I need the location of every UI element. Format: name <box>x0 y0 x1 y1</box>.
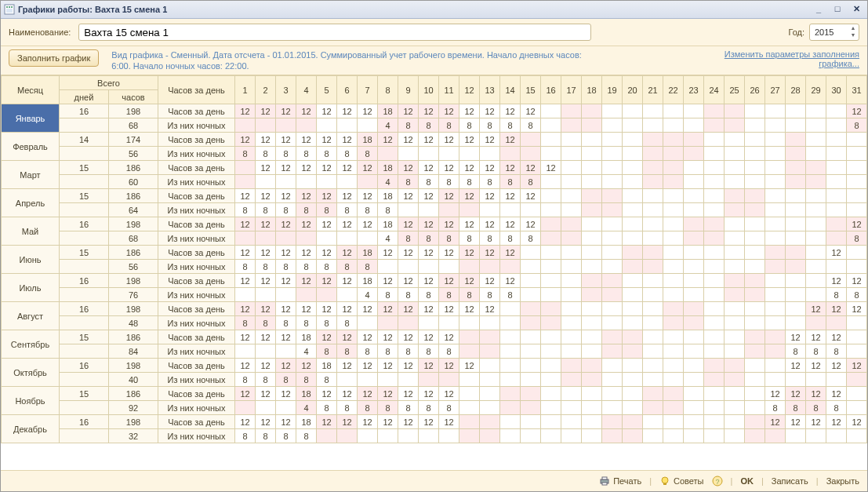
night-cell[interactable] <box>745 344 765 359</box>
night-cell[interactable] <box>765 373 786 387</box>
night-cell[interactable]: 4 <box>378 231 398 246</box>
night-cell[interactable] <box>643 288 663 302</box>
hours-cell[interactable] <box>582 415 602 429</box>
night-cell[interactable] <box>663 147 684 161</box>
night-cell[interactable] <box>765 175 786 189</box>
night-cell[interactable]: 8 <box>500 118 521 133</box>
night-cell[interactable] <box>826 203 847 217</box>
hours-cell[interactable] <box>602 133 623 147</box>
hours-cell[interactable]: 12 <box>276 133 296 147</box>
night-cell[interactable]: 8 <box>256 316 276 330</box>
hours-cell[interactable]: 12 <box>378 133 398 147</box>
night-cell[interactable] <box>439 260 459 274</box>
hours-cell[interactable]: 12 <box>276 161 296 175</box>
hours-cell[interactable] <box>806 104 826 118</box>
night-cell[interactable] <box>725 344 745 359</box>
night-cell[interactable] <box>561 260 582 274</box>
print-button[interactable]: Печать <box>599 476 641 487</box>
hours-cell[interactable] <box>806 246 826 260</box>
hours-cell[interactable]: 12 <box>296 246 317 260</box>
night-cell[interactable] <box>806 260 826 274</box>
hours-cell[interactable]: 12 <box>806 330 826 344</box>
night-cell[interactable] <box>745 401 765 415</box>
hours-cell[interactable]: 12 <box>296 189 317 203</box>
night-cell[interactable]: 4 <box>378 175 398 189</box>
night-cell[interactable] <box>684 175 704 189</box>
hours-cell[interactable] <box>725 246 745 260</box>
hours-cell[interactable]: 12 <box>847 104 867 118</box>
hours-cell[interactable] <box>602 161 623 175</box>
hours-cell[interactable]: 18 <box>296 330 317 344</box>
night-cell[interactable]: 8 <box>439 118 459 133</box>
night-cell[interactable] <box>623 147 643 161</box>
hours-cell[interactable] <box>602 415 623 429</box>
night-cell[interactable] <box>806 231 826 246</box>
night-cell[interactable]: 8 <box>235 260 256 274</box>
night-cell[interactable] <box>582 175 602 189</box>
hours-cell[interactable] <box>745 274 765 288</box>
hours-cell[interactable] <box>602 302 623 316</box>
hours-cell[interactable]: 12 <box>337 330 358 344</box>
night-cell[interactable]: 8 <box>337 344 358 359</box>
night-cell[interactable] <box>561 373 582 387</box>
hours-cell[interactable] <box>643 104 663 118</box>
night-cell[interactable] <box>725 260 745 274</box>
night-cell[interactable]: 8 <box>439 231 459 246</box>
night-cell[interactable]: 8 <box>276 203 296 217</box>
night-cell[interactable]: 8 <box>337 260 358 274</box>
hours-cell[interactable] <box>684 274 704 288</box>
hours-cell[interactable] <box>602 246 623 260</box>
night-cell[interactable] <box>500 260 521 274</box>
night-cell[interactable] <box>623 288 643 302</box>
night-cell[interactable]: 8 <box>296 373 317 387</box>
night-cell[interactable] <box>725 147 745 161</box>
hours-cell[interactable] <box>704 274 725 288</box>
hours-cell[interactable] <box>623 415 643 429</box>
hours-cell[interactable]: 12 <box>419 415 439 429</box>
night-cell[interactable] <box>704 288 725 302</box>
hours-cell[interactable]: 18 <box>296 415 317 429</box>
hours-cell[interactable]: 12 <box>235 359 256 373</box>
hours-cell[interactable] <box>521 274 541 288</box>
hours-cell[interactable] <box>582 330 602 344</box>
night-cell[interactable] <box>419 147 439 161</box>
hours-cell[interactable]: 12 <box>439 387 459 401</box>
night-cell[interactable]: 8 <box>378 344 398 359</box>
hours-cell[interactable]: 12 <box>847 415 867 429</box>
night-cell[interactable] <box>684 401 704 415</box>
night-cell[interactable] <box>786 373 806 387</box>
night-cell[interactable] <box>786 429 806 443</box>
night-cell[interactable] <box>663 429 684 443</box>
night-cell[interactable] <box>276 344 296 359</box>
night-cell[interactable]: 4 <box>296 401 317 415</box>
night-cell[interactable] <box>500 147 521 161</box>
hours-cell[interactable] <box>623 161 643 175</box>
night-cell[interactable] <box>276 175 296 189</box>
night-cell[interactable] <box>256 288 276 302</box>
hours-cell[interactable]: 12 <box>847 274 867 288</box>
night-cell[interactable] <box>256 175 276 189</box>
night-cell[interactable] <box>684 429 704 443</box>
night-cell[interactable]: 8 <box>337 203 358 217</box>
hours-cell[interactable] <box>623 359 643 373</box>
hours-cell[interactable]: 12 <box>276 217 296 231</box>
night-cell[interactable]: 8 <box>419 175 439 189</box>
hours-cell[interactable]: 12 <box>806 387 826 401</box>
night-cell[interactable]: 8 <box>398 344 419 359</box>
hours-cell[interactable] <box>745 415 765 429</box>
night-cell[interactable]: 8 <box>480 288 500 302</box>
night-cell[interactable] <box>378 316 398 330</box>
night-cell[interactable] <box>826 231 847 246</box>
night-cell[interactable] <box>317 231 337 246</box>
hours-cell[interactable]: 12 <box>296 359 317 373</box>
hours-cell[interactable] <box>806 133 826 147</box>
night-cell[interactable] <box>296 288 317 302</box>
night-cell[interactable] <box>643 231 663 246</box>
hours-cell[interactable] <box>582 359 602 373</box>
night-cell[interactable] <box>745 260 765 274</box>
night-cell[interactable] <box>704 231 725 246</box>
hours-cell[interactable]: 12 <box>521 161 541 175</box>
hours-cell[interactable] <box>745 189 765 203</box>
hours-cell[interactable]: 12 <box>256 189 276 203</box>
night-cell[interactable]: 4 <box>378 118 398 133</box>
